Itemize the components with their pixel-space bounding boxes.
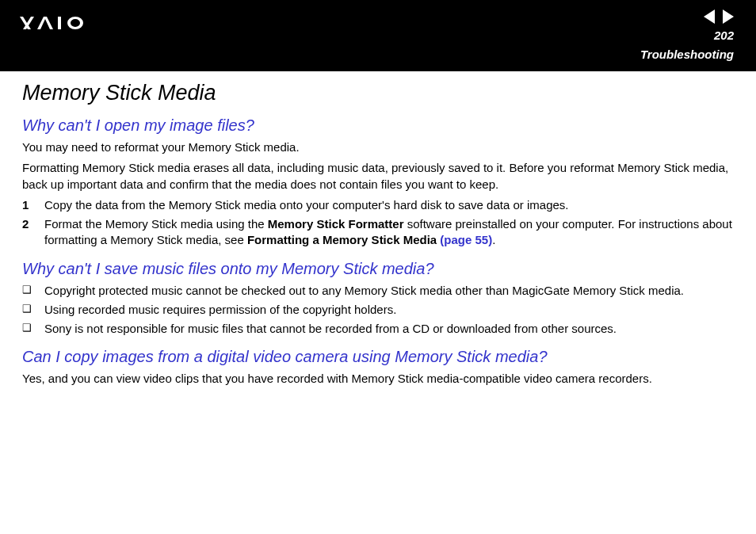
page-55-link[interactable]: (page 55) [437,233,492,246]
next-page-arrow[interactable] [723,10,734,24]
page-header: 202 Troubleshooting [0,0,756,71]
bullet-text: Using recorded music requires permission… [44,302,396,318]
vaio-logo [20,14,105,32]
step-1: 1 Copy the data from the Memory Stick me… [22,197,734,213]
question-1-heading: Why can't I open my image files? [22,116,734,135]
svg-rect-0 [58,17,61,29]
q1-steps: 1 Copy the data from the Memory Stick me… [22,197,734,249]
nav-arrows [704,10,734,27]
bullet-item: ❑Using recorded music requires permissio… [22,302,734,318]
step-number: 2 [22,216,44,249]
bullet-text: Sony is not responsible for music files … [44,321,617,337]
step-2: 2 Format the Memory Stick media using th… [22,216,734,249]
step-number: 1 [22,197,44,213]
bullet-icon: ❑ [22,321,44,337]
bullet-item: ❑Copyright protected music cannot be che… [22,283,734,299]
bullet-item: ❑Sony is not responsible for music files… [22,321,734,337]
section-name: Troubleshooting [640,48,734,61]
bullet-text: Copyright protected music cannot be chec… [44,283,684,299]
question-3-heading: Can I copy images from a digital video c… [22,348,734,366]
bullet-icon: ❑ [22,283,44,299]
step-text: Copy the data from the Memory Stick medi… [44,197,569,213]
content: Memory Stick Media Why can't I open my i… [0,71,756,387]
q1-paragraph-1: You may need to reformat your Memory Sti… [22,139,734,155]
q3-paragraph-1: Yes, and you can view video clips that y… [22,371,734,387]
q2-bullets: ❑Copyright protected music cannot be che… [22,283,734,338]
step-text: Format the Memory Stick media using the … [44,216,734,249]
bullet-icon: ❑ [22,302,44,318]
question-2-heading: Why can't I save music files onto my Mem… [22,260,734,278]
page-title: Memory Stick Media [22,81,734,105]
prev-page-arrow[interactable] [704,10,715,24]
q1-paragraph-2: Formatting Memory Stick media erases all… [22,160,734,193]
page-number: 202 [714,29,734,42]
